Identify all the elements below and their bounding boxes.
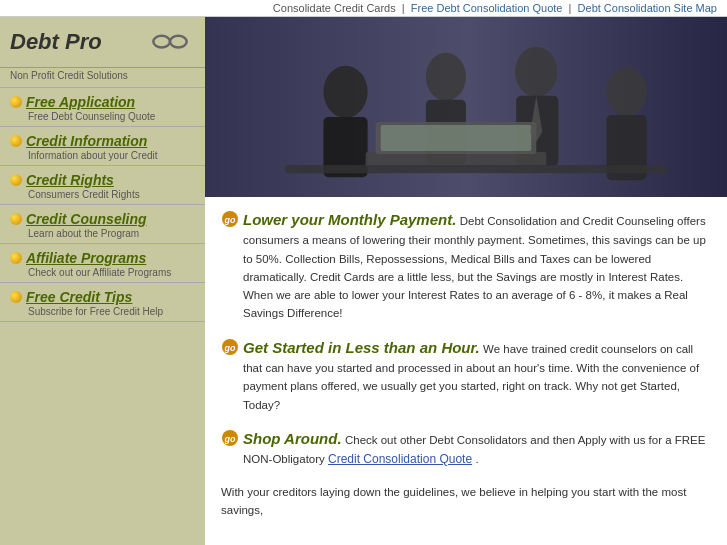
go-icon: go xyxy=(221,210,239,228)
nav-item-credit-rights[interactable]: Credit Rights Consumers Credit Rights xyxy=(0,166,205,205)
credit-consolidation-quote-link[interactable]: Credit Consolidation Quote xyxy=(328,452,472,466)
svg-point-0 xyxy=(153,36,170,48)
section3-body2: . xyxy=(475,453,478,465)
top-bar: Consolidate Credit Cards | Free Debt Con… xyxy=(0,0,727,17)
nav-item-credit-information[interactable]: Credit Information Information about you… xyxy=(0,127,205,166)
go-icon-2: go xyxy=(221,338,239,356)
main-row: Debt Pro Non Profit Credit Solutions Fre… xyxy=(0,17,727,545)
section-lower-payment: go Lower your Monthly Payment. Debt Cons… xyxy=(221,209,711,323)
svg-rect-16 xyxy=(285,165,666,173)
link-site-map[interactable]: Debt Consolidation Site Map xyxy=(578,2,717,14)
svg-point-9 xyxy=(515,47,557,97)
svg-point-11 xyxy=(607,68,647,116)
hero-image xyxy=(205,17,727,197)
svg-text:go: go xyxy=(224,343,236,353)
page-layout: Consolidate Credit Cards | Free Debt Con… xyxy=(0,0,727,545)
nav-item-free-credit-tips[interactable]: Free Credit Tips Subscribe for Free Cred… xyxy=(0,283,205,322)
section-shop-around: go Shop Around. Check out other Debt Con… xyxy=(221,428,711,469)
svg-text:go: go xyxy=(224,434,236,444)
link-free-quote[interactable]: Free Debt Consolidation Quote xyxy=(411,2,563,14)
logo-icon xyxy=(145,22,195,62)
content-body: go Lower your Monthly Payment. Debt Cons… xyxy=(205,197,727,545)
go-icon-3: go xyxy=(221,429,239,447)
svg-point-5 xyxy=(323,66,367,118)
bullet-icon xyxy=(10,291,22,303)
breadcrumb: Consolidate Credit Cards xyxy=(273,2,396,14)
section1-title: Lower your Monthly Payment. xyxy=(243,211,456,228)
svg-text:go: go xyxy=(224,215,236,225)
bullet-icon xyxy=(10,135,22,147)
section-creditors: With your creditors laying down the guid… xyxy=(221,483,711,520)
bullet-icon xyxy=(10,252,22,264)
svg-point-7 xyxy=(426,53,466,101)
nav-item-affiliate-programs[interactable]: Affiliate Programs Check out our Affilia… xyxy=(0,244,205,283)
bullet-icon xyxy=(10,174,22,186)
section4-body: With your creditors laying down the guid… xyxy=(221,486,686,516)
nonprofit-label: Non Profit Credit Solutions xyxy=(0,68,205,88)
svg-rect-13 xyxy=(366,152,547,167)
bullet-icon xyxy=(10,213,22,225)
svg-rect-15 xyxy=(381,125,532,151)
svg-point-1 xyxy=(170,36,187,48)
sidebar: Debt Pro Non Profit Credit Solutions Fre… xyxy=(0,17,205,545)
section3-title: Shop Around. xyxy=(243,430,342,447)
logo-area: Debt Pro xyxy=(0,17,205,68)
nav-item-credit-counseling[interactable]: Credit Counseling Learn about the Progra… xyxy=(0,205,205,244)
bullet-icon xyxy=(10,96,22,108)
nav-item-free-application[interactable]: Free Application Free Debt Counseling Qu… xyxy=(0,88,205,127)
logo-text: Debt Pro xyxy=(10,29,102,55)
content-area: go Lower your Monthly Payment. Debt Cons… xyxy=(205,17,727,545)
section1-body: Debt Consolidation and Credit Counseling… xyxy=(243,215,706,320)
section2-title: Get Started in Less than an Hour. xyxy=(243,339,480,356)
section-get-started: go Get Started in Less than an Hour. We … xyxy=(221,337,711,414)
